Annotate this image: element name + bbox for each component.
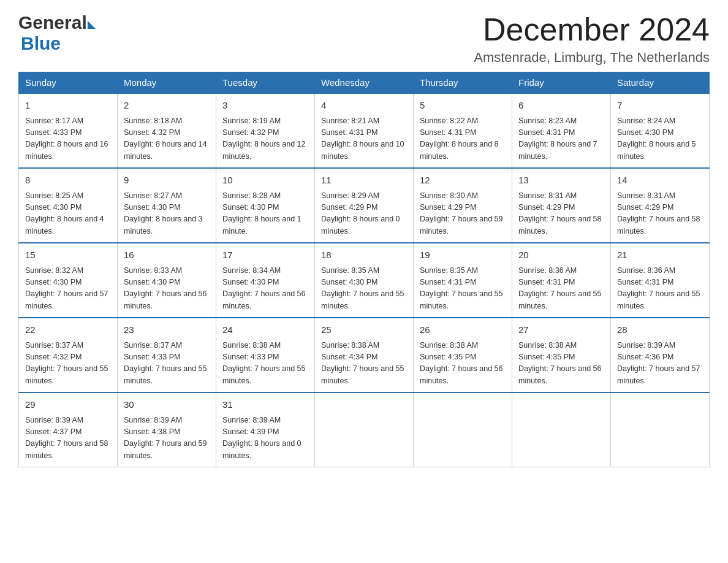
day-info: Sunrise: 8:19 AMSunset: 4:32 PMDaylight:… xyxy=(222,115,308,163)
calendar-cell: 3Sunrise: 8:19 AMSunset: 4:32 PMDaylight… xyxy=(216,93,315,168)
day-header-wednesday: Wednesday xyxy=(315,72,414,94)
calendar-cell: 22Sunrise: 8:37 AMSunset: 4:32 PMDayligh… xyxy=(19,318,118,393)
calendar-cell: 12Sunrise: 8:30 AMSunset: 4:29 PMDayligh… xyxy=(414,168,512,243)
day-info: Sunrise: 8:18 AMSunset: 4:32 PMDaylight:… xyxy=(124,115,210,163)
logo: General Blue xyxy=(18,12,96,54)
calendar-cell: 31Sunrise: 8:39 AMSunset: 4:39 PMDayligh… xyxy=(216,393,315,467)
day-header-saturday: Saturday xyxy=(611,72,710,94)
day-number: 11 xyxy=(321,174,407,188)
day-number: 25 xyxy=(321,323,407,337)
day-number: 4 xyxy=(321,99,407,113)
day-number: 29 xyxy=(25,398,111,412)
day-info: Sunrise: 8:29 AMSunset: 4:29 PMDaylight:… xyxy=(321,190,407,238)
day-number: 1 xyxy=(25,99,111,113)
logo-general-text: General xyxy=(18,12,87,33)
day-number: 26 xyxy=(420,323,506,337)
calendar-table: SundayMondayTuesdayWednesdayThursdayFrid… xyxy=(18,72,710,467)
page-header: General Blue December 2024 Amstenrade, L… xyxy=(18,12,710,66)
day-info: Sunrise: 8:35 AMSunset: 4:31 PMDaylight:… xyxy=(420,265,506,313)
day-info: Sunrise: 8:39 AMSunset: 4:37 PMDaylight:… xyxy=(25,415,111,462)
calendar-week-row: 1Sunrise: 8:17 AMSunset: 4:33 PMDaylight… xyxy=(19,93,710,168)
day-number: 28 xyxy=(617,323,703,337)
day-info: Sunrise: 8:22 AMSunset: 4:31 PMDaylight:… xyxy=(420,115,506,163)
day-number: 22 xyxy=(25,323,111,337)
calendar-cell: 28Sunrise: 8:39 AMSunset: 4:36 PMDayligh… xyxy=(611,318,710,393)
calendar-cell: 2Sunrise: 8:18 AMSunset: 4:32 PMDaylight… xyxy=(118,93,216,168)
calendar-cell: 26Sunrise: 8:38 AMSunset: 4:35 PMDayligh… xyxy=(414,318,512,393)
day-info: Sunrise: 8:38 AMSunset: 4:35 PMDaylight:… xyxy=(420,340,506,388)
day-info: Sunrise: 8:31 AMSunset: 4:29 PMDaylight:… xyxy=(617,190,703,238)
day-header-monday: Monday xyxy=(118,72,216,94)
calendar-week-row: 8Sunrise: 8:25 AMSunset: 4:30 PMDaylight… xyxy=(19,168,710,243)
day-info: Sunrise: 8:25 AMSunset: 4:30 PMDaylight:… xyxy=(25,190,111,238)
calendar-cell: 24Sunrise: 8:38 AMSunset: 4:33 PMDayligh… xyxy=(216,318,315,393)
calendar-cell: 14Sunrise: 8:31 AMSunset: 4:29 PMDayligh… xyxy=(611,168,710,243)
calendar-cell: 23Sunrise: 8:37 AMSunset: 4:33 PMDayligh… xyxy=(118,318,216,393)
day-info: Sunrise: 8:39 AMSunset: 4:38 PMDaylight:… xyxy=(124,415,210,462)
calendar-cell: 20Sunrise: 8:36 AMSunset: 4:31 PMDayligh… xyxy=(512,243,611,318)
day-info: Sunrise: 8:30 AMSunset: 4:29 PMDaylight:… xyxy=(420,190,506,238)
calendar-cell: 9Sunrise: 8:27 AMSunset: 4:30 PMDaylight… xyxy=(118,168,216,243)
calendar-week-row: 22Sunrise: 8:37 AMSunset: 4:32 PMDayligh… xyxy=(19,318,710,393)
day-info: Sunrise: 8:17 AMSunset: 4:33 PMDaylight:… xyxy=(25,115,111,163)
calendar-cell: 11Sunrise: 8:29 AMSunset: 4:29 PMDayligh… xyxy=(315,168,414,243)
day-number: 18 xyxy=(321,248,407,262)
day-number: 12 xyxy=(420,174,506,188)
day-number: 15 xyxy=(25,248,111,262)
calendar-cell: 17Sunrise: 8:34 AMSunset: 4:30 PMDayligh… xyxy=(216,243,315,318)
calendar-header-row: SundayMondayTuesdayWednesdayThursdayFrid… xyxy=(19,72,710,94)
day-info: Sunrise: 8:27 AMSunset: 4:30 PMDaylight:… xyxy=(124,190,210,238)
calendar-cell: 6Sunrise: 8:23 AMSunset: 4:31 PMDaylight… xyxy=(512,93,611,168)
calendar-cell: 18Sunrise: 8:35 AMSunset: 4:30 PMDayligh… xyxy=(315,243,414,318)
location-subtitle: Amstenrade, Limburg, The Netherlands xyxy=(474,50,710,66)
day-number: 5 xyxy=(420,99,506,113)
calendar-cell: 10Sunrise: 8:28 AMSunset: 4:30 PMDayligh… xyxy=(216,168,315,243)
day-number: 17 xyxy=(222,248,308,262)
day-number: 8 xyxy=(25,174,111,188)
day-info: Sunrise: 8:39 AMSunset: 4:39 PMDaylight:… xyxy=(222,415,308,462)
calendar-cell: 16Sunrise: 8:33 AMSunset: 4:30 PMDayligh… xyxy=(118,243,216,318)
calendar-cell: 29Sunrise: 8:39 AMSunset: 4:37 PMDayligh… xyxy=(19,393,118,467)
day-number: 2 xyxy=(124,99,210,113)
day-info: Sunrise: 8:39 AMSunset: 4:36 PMDaylight:… xyxy=(617,340,703,388)
day-number: 27 xyxy=(518,323,604,337)
day-info: Sunrise: 8:37 AMSunset: 4:33 PMDaylight:… xyxy=(124,340,210,388)
day-number: 30 xyxy=(124,398,210,412)
calendar-cell xyxy=(512,393,611,467)
day-info: Sunrise: 8:31 AMSunset: 4:29 PMDaylight:… xyxy=(518,190,604,238)
day-number: 21 xyxy=(617,248,703,262)
calendar-cell: 19Sunrise: 8:35 AMSunset: 4:31 PMDayligh… xyxy=(414,243,512,318)
day-number: 3 xyxy=(222,99,308,113)
calendar-cell: 30Sunrise: 8:39 AMSunset: 4:38 PMDayligh… xyxy=(118,393,216,467)
title-area: December 2024 Amstenrade, Limburg, The N… xyxy=(474,12,710,66)
calendar-cell: 7Sunrise: 8:24 AMSunset: 4:30 PMDaylight… xyxy=(611,93,710,168)
day-header-thursday: Thursday xyxy=(414,72,512,94)
day-info: Sunrise: 8:34 AMSunset: 4:30 PMDaylight:… xyxy=(222,265,308,313)
day-info: Sunrise: 8:23 AMSunset: 4:31 PMDaylight:… xyxy=(518,115,604,163)
calendar-cell: 8Sunrise: 8:25 AMSunset: 4:30 PMDaylight… xyxy=(19,168,118,243)
calendar-cell: 25Sunrise: 8:38 AMSunset: 4:34 PMDayligh… xyxy=(315,318,414,393)
calendar-week-row: 15Sunrise: 8:32 AMSunset: 4:30 PMDayligh… xyxy=(19,243,710,318)
day-info: Sunrise: 8:21 AMSunset: 4:31 PMDaylight:… xyxy=(321,115,407,163)
day-number: 9 xyxy=(124,174,210,188)
day-info: Sunrise: 8:33 AMSunset: 4:30 PMDaylight:… xyxy=(124,265,210,313)
day-info: Sunrise: 8:36 AMSunset: 4:31 PMDaylight:… xyxy=(617,265,703,313)
logo-blue-text: Blue xyxy=(21,33,61,53)
calendar-cell: 5Sunrise: 8:22 AMSunset: 4:31 PMDaylight… xyxy=(414,93,512,168)
calendar-week-row: 29Sunrise: 8:39 AMSunset: 4:37 PMDayligh… xyxy=(19,393,710,467)
day-number: 19 xyxy=(420,248,506,262)
day-info: Sunrise: 8:38 AMSunset: 4:34 PMDaylight:… xyxy=(321,340,407,388)
day-header-friday: Friday xyxy=(512,72,611,94)
day-info: Sunrise: 8:38 AMSunset: 4:33 PMDaylight:… xyxy=(222,340,308,388)
day-number: 13 xyxy=(518,174,604,188)
day-number: 20 xyxy=(518,248,604,262)
calendar-cell: 1Sunrise: 8:17 AMSunset: 4:33 PMDaylight… xyxy=(19,93,118,168)
calendar-cell: 4Sunrise: 8:21 AMSunset: 4:31 PMDaylight… xyxy=(315,93,414,168)
calendar-cell: 13Sunrise: 8:31 AMSunset: 4:29 PMDayligh… xyxy=(512,168,611,243)
calendar-cell: 27Sunrise: 8:38 AMSunset: 4:35 PMDayligh… xyxy=(512,318,611,393)
day-number: 14 xyxy=(617,174,703,188)
day-info: Sunrise: 8:28 AMSunset: 4:30 PMDaylight:… xyxy=(222,190,308,238)
calendar-cell: 21Sunrise: 8:36 AMSunset: 4:31 PMDayligh… xyxy=(611,243,710,318)
day-number: 31 xyxy=(222,398,308,412)
day-info: Sunrise: 8:38 AMSunset: 4:35 PMDaylight:… xyxy=(518,340,604,388)
